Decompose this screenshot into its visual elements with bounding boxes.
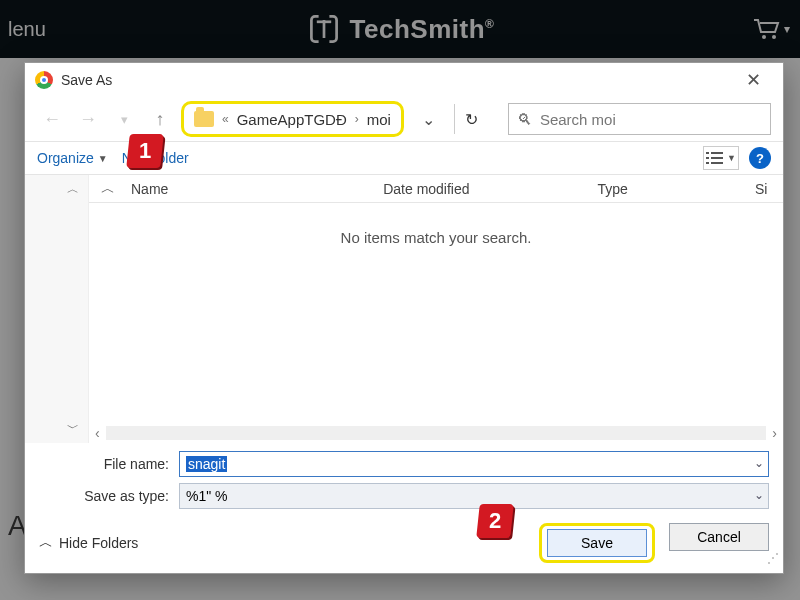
dialog-titlebar: Save As ✕ (25, 63, 783, 97)
scroll-left-icon[interactable]: ‹ (95, 425, 100, 441)
svg-rect-12 (711, 162, 723, 164)
path-current[interactable]: moi (367, 111, 391, 128)
help-button[interactable]: ? (749, 147, 771, 169)
saveastype-select[interactable]: %1" % ⌄ (179, 483, 769, 509)
sort-indicator-icon: ︿ (89, 180, 119, 198)
column-size[interactable]: Si (743, 181, 783, 197)
empty-list-message: No items match your search. (89, 203, 783, 423)
chevron-right-icon: › (355, 112, 359, 126)
dialog-title: Save As (61, 72, 112, 88)
chrome-icon (35, 71, 53, 89)
search-placeholder: Search moi (540, 111, 616, 128)
saveastype-label: Save as type: (39, 488, 179, 504)
chevron-down-icon[interactable]: ⌄ (754, 456, 764, 470)
svg-rect-7 (706, 152, 709, 154)
save-button-highlight: Save (539, 523, 655, 563)
file-area: ︿ ﹀ ︿ Name Date modified Type Si No item… (25, 175, 783, 443)
folder-icon (194, 111, 214, 127)
cart-button[interactable]: ▾ (752, 0, 790, 58)
hide-folders-toggle[interactable]: ︿ Hide Folders (39, 534, 138, 552)
search-input[interactable]: 🔍︎ Search moi (508, 103, 771, 135)
chevron-down-icon[interactable]: ﹀ (67, 420, 79, 437)
chevron-down-icon[interactable]: ⌄ (754, 488, 764, 502)
forward-button[interactable]: → (73, 104, 103, 134)
column-date[interactable]: Date modified (371, 181, 585, 197)
folder-tree[interactable]: ︿ ﹀ (25, 175, 89, 443)
svg-rect-1 (318, 14, 329, 21)
scrollbar-track[interactable] (106, 426, 767, 440)
cart-icon (752, 17, 782, 41)
filename-label: File name: (39, 456, 179, 472)
address-dropdown[interactable]: ⌄ (414, 104, 444, 134)
annotation-2: 2 (476, 504, 514, 538)
up-button[interactable]: ↑ (145, 104, 175, 134)
scroll-right-icon[interactable]: › (772, 425, 777, 441)
chevron-up-icon[interactable]: ︿ (67, 181, 79, 198)
svg-rect-8 (711, 152, 723, 154)
column-headers[interactable]: ︿ Name Date modified Type Si (89, 175, 783, 203)
brand-logo: TechSmith® (306, 11, 495, 47)
svg-rect-11 (706, 162, 709, 164)
svg-rect-2 (318, 37, 329, 44)
address-bar[interactable]: « GameAppTGDĐ › moi (181, 101, 404, 137)
chevron-up-icon: ︿ (39, 534, 53, 552)
techsmith-logo-icon (306, 11, 342, 47)
annotation-1: 1 (126, 134, 164, 168)
refresh-button[interactable]: ↻ (454, 104, 488, 134)
svg-point-6 (772, 35, 776, 39)
back-button[interactable]: ← (37, 104, 67, 134)
path-parent[interactable]: GameAppTGDĐ (237, 111, 347, 128)
close-button[interactable]: ✕ (733, 69, 773, 91)
view-list-icon (706, 151, 724, 165)
filename-value: snagit (186, 456, 227, 472)
column-name[interactable]: Name (119, 181, 371, 197)
svg-rect-10 (711, 157, 723, 159)
svg-rect-9 (706, 157, 709, 159)
menu-button[interactable]: lenu (0, 0, 54, 58)
dialog-bottom: File name: snagit ⌄ Save as type: %1" % … (25, 443, 783, 573)
resize-grip-icon[interactable]: ⋰ (765, 555, 779, 569)
organize-menu[interactable]: Organize▼ (37, 150, 108, 166)
svg-point-5 (762, 35, 766, 39)
column-type[interactable]: Type (585, 181, 743, 197)
save-button[interactable]: Save (547, 529, 647, 557)
site-header: lenu TechSmith® ▾ (0, 0, 800, 58)
saveastype-value: %1" % (186, 488, 228, 504)
horizontal-scrollbar[interactable]: ‹ › (89, 423, 783, 443)
filename-input[interactable]: snagit ⌄ (179, 451, 769, 477)
view-options-button[interactable]: ▼ (703, 146, 739, 170)
cancel-button[interactable]: Cancel (669, 523, 769, 551)
search-icon: 🔍︎ (517, 111, 532, 128)
path-prefix: « (222, 112, 229, 126)
recent-button[interactable]: ▾ (109, 104, 139, 134)
